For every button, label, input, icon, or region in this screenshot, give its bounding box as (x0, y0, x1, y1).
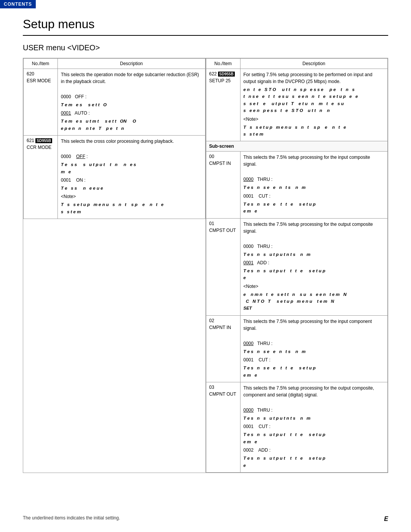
item-name: CMPNT OUT (209, 391, 237, 397)
item-col: 622 SD955B SETUP 25 (206, 69, 240, 141)
desc-col: This selects the 7.5% setup processing f… (240, 152, 388, 218)
item-col: 01 CMPST OUT (206, 218, 240, 315)
setting-text: T e s n s u t p u t n t s n m (244, 415, 385, 422)
code-val: 0000 THRU : (244, 340, 385, 347)
code-val: 0002 ADD : (244, 447, 385, 454)
desc-col: For setting 7.5% setup processing to be … (240, 69, 388, 141)
note-text: T s s e t u p m e n u s n t s p e n t e … (244, 124, 385, 138)
desc-intro: This selects the cross color processing … (61, 138, 202, 145)
note-text: T s s e t u p m e n u s n t s p e n t e … (61, 201, 202, 215)
item-number: 622 SD955B (209, 71, 237, 77)
code-val: 0001 CUT : (244, 356, 385, 363)
item-col: 00 CMPST IN (206, 152, 240, 218)
left-col1-header: No./Item (24, 59, 58, 69)
desc-intro: This selects the 7.5% setup processing f… (244, 154, 385, 168)
setting-text: T e s n s u t p u t t t e s e t u p e m … (244, 431, 385, 445)
underlined-code: 0000 (244, 407, 254, 413)
note-text: e n m n t e s e t t n s u s e e n t e m … (244, 291, 385, 312)
item-number: 00 (209, 154, 237, 159)
table-row: 621 SD955B CCR MODE This selects the cro… (24, 136, 206, 219)
right-table: No./Item Description 622 SD955B SETUP 25… (206, 58, 389, 473)
desc-intro: This selects the operation mode for edge… (61, 71, 202, 85)
desc-col: This selects the 7.5% setup processing f… (240, 315, 388, 382)
setting-text: T e s s s u t p u t t n n e s m e (61, 161, 202, 175)
table-row: 02 CMPNT IN This selects the 7.5% setup … (206, 315, 388, 382)
table-row: 00 CMPST IN This selects the 7.5% setup … (206, 152, 388, 218)
table-row: 622 SD955B SETUP 25 For setting 7.5% set… (206, 69, 388, 141)
note-label: <Note> (61, 193, 202, 200)
setting-text: T e s n s e e t t e s e t u p e m e (244, 201, 385, 215)
item-number: 621 SD955B (27, 138, 54, 143)
table-row: 01 CMPST OUT This selects the 7.5% setup… (206, 218, 388, 315)
item-number: 620 (27, 71, 54, 77)
desc-col: This selects the 7.5% setup processing f… (240, 382, 388, 473)
underlined-code: 0001 (244, 260, 254, 265)
subscreen-header-row: Sub-screen (206, 141, 388, 152)
desc-intro: This selects the 7.5% setup processing f… (244, 318, 385, 332)
note-label: <Note> (244, 283, 385, 290)
note-label: <Note> (244, 116, 385, 123)
setting-text: T e m e s u t m t s e t t ON O e p e n n… (61, 118, 202, 132)
code-val: 0000 OFF : (61, 93, 202, 100)
code-val: 0000 OFF : (61, 153, 202, 160)
page-letter: E (384, 516, 388, 522)
footer-text: The underlined items indicates the initi… (23, 515, 120, 521)
desc-intro: For setting 7.5% setup processing to be … (244, 71, 385, 85)
sd955b-badge: SD955B (218, 72, 235, 77)
underlined-label: OFF (76, 154, 85, 159)
page-title: Setup menus (23, 17, 388, 31)
code-val: 0001 ADD : (244, 259, 385, 266)
table-row: 03 CMPNT OUT This selects the 7.5% setup… (206, 382, 388, 473)
item-name: CMPST IN (209, 161, 237, 166)
item-col: 03 CMPNT OUT (206, 382, 240, 473)
subscreen-label: Sub-screen (206, 141, 388, 152)
item-number: 01 (209, 221, 237, 226)
right-col1-header: No./Item (206, 59, 240, 69)
title-divider (23, 35, 388, 36)
setting-text: T e s n s u t p u t n t s n m (244, 251, 385, 258)
setting-text: e n t e S T O u t t n s p e s s e p e t … (244, 86, 385, 114)
underlined-code: 0000 (244, 341, 254, 346)
item-name: CMPST OUT (209, 228, 237, 233)
section-header: USER menu <VIDEO> (23, 43, 388, 52)
desc-col: This selects the 7.5% setup processing f… (240, 218, 388, 315)
item-number: 03 (209, 385, 237, 390)
code-val: 0000 THRU : (244, 176, 385, 183)
item-name: CCR MODE (27, 145, 54, 150)
setting-text: T e s n s e e n t s n m (244, 348, 385, 355)
setting-text: T e s n s u t p u t t t e s e t u p e (244, 455, 385, 469)
item-col: 621 SD955B CCR MODE (24, 136, 58, 219)
code-val: 0001 CUT : (244, 423, 385, 430)
code-val: 0001 AUTO : (61, 110, 202, 117)
desc-col: This selects the operation mode for edge… (58, 69, 206, 136)
setting-text: T e s n s u t p u t t t e s e t u p e (244, 267, 385, 281)
table-row: 620 ESR MODE This selects the operation … (24, 69, 206, 136)
item-name: SETUP 25 (209, 78, 237, 83)
code-val: 0001 CUT : (244, 193, 385, 200)
underlined-code: 0001 (61, 110, 71, 116)
item-name: CMPNT IN (209, 325, 237, 330)
setting-text: T e m e s s e t t O (61, 101, 202, 108)
desc-intro: This selects the 7.5% setup processing f… (244, 385, 385, 398)
item-col: 620 ESR MODE (24, 69, 58, 136)
code-val: 0000 THRU : (244, 243, 385, 250)
left-table: No./Item Description 620 ESR MODE This s… (23, 58, 206, 473)
setting-text: T e s s n e e u e (61, 185, 202, 192)
setting-text: T e s n s e e n t s n m (244, 184, 385, 191)
contents-button[interactable]: CONTENTS (0, 0, 36, 8)
desc-intro: This selects the 7.5% setup processing f… (244, 221, 385, 235)
sd955b-badge: SD955B (35, 138, 52, 143)
underlined-code: 0000 (244, 177, 254, 182)
item-number: 02 (209, 318, 237, 323)
code-val: 0001 ON : (61, 177, 202, 184)
code-val: 0000 THRU : (244, 407, 385, 414)
desc-col: This selects the cross color processing … (58, 136, 206, 219)
item-name: ESR MODE (27, 78, 54, 83)
item-col: 02 CMPNT IN (206, 315, 240, 382)
left-col2-header: Description (58, 59, 206, 69)
setting-text: T e s n s e e t t e s e t u p e m e (244, 364, 385, 379)
right-col2-header: Description (240, 59, 388, 69)
main-content: No./Item Description 620 ESR MODE This s… (23, 58, 388, 473)
